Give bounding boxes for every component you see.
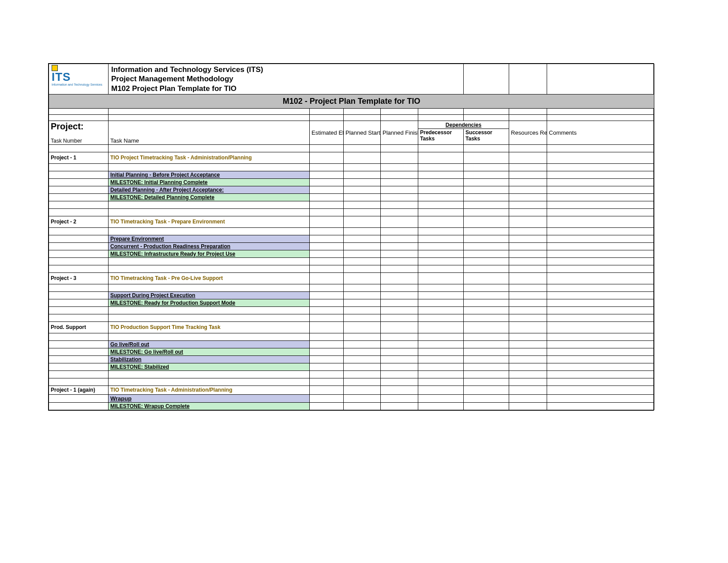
- cell-blank[interactable]: [547, 257, 654, 265]
- table-row[interactable]: Project - 3TIO Timetracking Task - Pre G…: [49, 272, 654, 284]
- cell-blank[interactable]: [547, 378, 654, 385]
- milestone-cell[interactable]: MILESTONE: Initial Planning Complete: [109, 178, 310, 186]
- table-row[interactable]: MILESTONE: Detailed Planning Complete: [49, 193, 654, 201]
- subtask-cell[interactable]: Stabilization: [109, 355, 310, 363]
- cell-blank[interactable]: [381, 144, 418, 152]
- cell-blank[interactable]: [464, 265, 509, 272]
- table-row[interactable]: Project - 1 (again)TIO Timetracking Task…: [49, 385, 654, 394]
- cell-blank[interactable]: [344, 394, 381, 402]
- task-number-cell[interactable]: [49, 291, 109, 299]
- cell-blank[interactable]: [344, 402, 381, 410]
- cell-blank[interactable]: [381, 242, 418, 250]
- task-number-cell[interactable]: Prod. Support: [49, 321, 109, 333]
- cell-blank[interactable]: [464, 250, 509, 257]
- cell-blank[interactable]: [418, 340, 464, 348]
- cell-blank[interactable]: [109, 265, 310, 272]
- cell-blank[interactable]: [344, 186, 381, 193]
- cell-blank[interactable]: [509, 284, 547, 291]
- cell-blank[interactable]: [344, 144, 381, 152]
- cell-blank[interactable]: [418, 242, 464, 250]
- cell-blank[interactable]: [418, 291, 464, 299]
- table-row[interactable]: Support During Project Execution: [49, 291, 654, 299]
- cell-blank[interactable]: [509, 186, 547, 193]
- cell-blank[interactable]: [381, 370, 418, 378]
- cell-blank[interactable]: [381, 348, 418, 355]
- cell-blank[interactable]: [310, 235, 344, 242]
- cell-blank[interactable]: [418, 208, 464, 216]
- cell-blank[interactable]: [509, 208, 547, 216]
- cell-blank[interactable]: [49, 306, 109, 314]
- cell-blank[interactable]: [109, 284, 310, 291]
- cell-blank[interactable]: [464, 306, 509, 314]
- cell-blank[interactable]: [464, 178, 509, 186]
- cell-blank[interactable]: [547, 163, 654, 171]
- cell-blank[interactable]: [547, 321, 654, 333]
- cell-blank[interactable]: [109, 306, 310, 314]
- cell-blank[interactable]: [418, 235, 464, 242]
- cell-blank[interactable]: [381, 186, 418, 193]
- cell-blank[interactable]: [547, 201, 654, 208]
- cell-blank[interactable]: [344, 378, 381, 385]
- cell-blank[interactable]: [547, 333, 654, 340]
- table-row[interactable]: [49, 333, 654, 340]
- section-title-cell[interactable]: TIO Timetracking Task - Administration/P…: [109, 385, 310, 394]
- cell-blank[interactable]: [344, 178, 381, 186]
- cell-blank[interactable]: [464, 363, 509, 370]
- task-number-cell[interactable]: [49, 363, 109, 370]
- cell-blank[interactable]: [464, 385, 509, 394]
- cell-blank[interactable]: [310, 272, 344, 284]
- cell-blank[interactable]: [509, 321, 547, 333]
- cell-blank[interactable]: [418, 314, 464, 321]
- cell-blank[interactable]: [344, 299, 381, 306]
- cell-blank[interactable]: [381, 378, 418, 385]
- cell-blank[interactable]: [547, 242, 654, 250]
- cell-blank[interactable]: [344, 201, 381, 208]
- cell-blank[interactable]: [547, 152, 654, 163]
- table-row[interactable]: Prod. SupportTIO Production Support Time…: [49, 321, 654, 333]
- cell-blank[interactable]: [381, 402, 418, 410]
- cell-blank[interactable]: [547, 272, 654, 284]
- cell-blank[interactable]: [464, 370, 509, 378]
- cell-blank[interactable]: [418, 193, 464, 201]
- cell-blank[interactable]: [464, 186, 509, 193]
- cell-blank[interactable]: [464, 378, 509, 385]
- task-number-cell[interactable]: [49, 394, 109, 402]
- cell-blank[interactable]: [464, 321, 509, 333]
- cell-blank[interactable]: [310, 299, 344, 306]
- cell-blank[interactable]: [418, 394, 464, 402]
- cell-blank[interactable]: [344, 152, 381, 163]
- cell-blank[interactable]: [381, 306, 418, 314]
- cell-blank[interactable]: [418, 385, 464, 394]
- cell-blank[interactable]: [418, 250, 464, 257]
- cell-blank[interactable]: [381, 321, 418, 333]
- cell-blank[interactable]: [344, 235, 381, 242]
- milestone-cell[interactable]: MILESTONE: Stabilized: [109, 363, 310, 370]
- cell-blank[interactable]: [310, 378, 344, 385]
- milestone-cell[interactable]: MILESTONE: Ready for Production Support …: [109, 299, 310, 306]
- subtask-cell[interactable]: Initial Planning - Before Project Accept…: [109, 171, 310, 178]
- header-blank-1[interactable]: [464, 64, 509, 94]
- cell-blank[interactable]: [344, 291, 381, 299]
- cell-blank[interactable]: [547, 265, 654, 272]
- cell-blank[interactable]: [418, 171, 464, 178]
- cell-blank[interactable]: [464, 314, 509, 321]
- cell-blank[interactable]: [344, 333, 381, 340]
- cell-blank[interactable]: [381, 265, 418, 272]
- milestone-cell[interactable]: MILESTONE: Detailed Planning Complete: [109, 193, 310, 201]
- cell-blank[interactable]: [509, 152, 547, 163]
- cell-blank[interactable]: [509, 201, 547, 208]
- cell-blank[interactable]: [310, 163, 344, 171]
- subtask-cell[interactable]: Prepare Environment: [109, 235, 310, 242]
- cell-blank[interactable]: [310, 250, 344, 257]
- table-row[interactable]: Stabilization: [49, 355, 654, 363]
- cell-blank[interactable]: [464, 152, 509, 163]
- cell-blank[interactable]: [509, 291, 547, 299]
- cell-blank[interactable]: [509, 144, 547, 152]
- cell-blank[interactable]: [310, 394, 344, 402]
- cell-blank[interactable]: [547, 284, 654, 291]
- cell-blank[interactable]: [310, 265, 344, 272]
- cell-blank[interactable]: [547, 216, 654, 227]
- cell-blank[interactable]: [381, 299, 418, 306]
- table-row[interactable]: [49, 144, 654, 152]
- cell-blank[interactable]: [509, 402, 547, 410]
